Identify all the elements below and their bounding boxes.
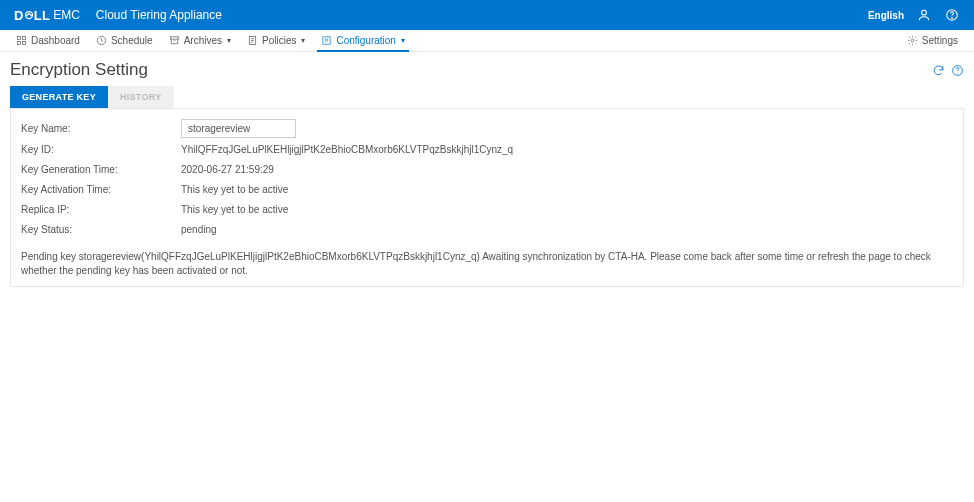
svg-rect-4: [17, 36, 20, 39]
row-gen-time: Key Generation Time: 2020-06-27 21:59:29: [21, 160, 953, 178]
label-gen-time: Key Generation Time:: [21, 164, 181, 175]
page-header: Encryption Setting: [0, 52, 974, 86]
tab-generate-key[interactable]: GENERATE KEY: [10, 86, 108, 108]
pending-message: Pending key storagereview(YhilQFFzqJGeLu…: [21, 250, 953, 278]
help-icon[interactable]: [944, 7, 960, 23]
clock-icon: [96, 35, 107, 46]
key-details-panel: Key Name: Key ID: YhilQFFzqJGeLuPlKEHlji…: [10, 108, 964, 287]
user-icon[interactable]: [916, 7, 932, 23]
top-bar: DLLEMC Cloud Tiering Appliance English: [0, 0, 974, 30]
tab-history[interactable]: HISTORY: [108, 86, 174, 108]
dashboard-icon: [16, 35, 27, 46]
svg-rect-7: [22, 41, 25, 44]
nav-left: Dashboard Schedule Archives ▾ Policies ▾…: [8, 30, 413, 51]
page-actions: [932, 64, 964, 77]
help-page-icon[interactable]: [951, 64, 964, 77]
value-key-status: pending: [181, 224, 217, 235]
nav-schedule[interactable]: Schedule: [88, 30, 161, 51]
label-key-id: Key ID:: [21, 144, 181, 155]
logo-letters: LL: [34, 8, 50, 23]
svg-rect-6: [17, 41, 20, 44]
svg-rect-11: [323, 37, 330, 44]
nav-settings[interactable]: Settings: [899, 30, 966, 51]
svg-rect-9: [170, 37, 178, 39]
nav-label: Policies: [262, 35, 296, 46]
row-replica-ip: Replica IP: This key yet to be active: [21, 200, 953, 218]
label-act-time: Key Activation Time:: [21, 184, 181, 195]
nav-policies[interactable]: Policies ▾: [239, 30, 313, 51]
logo-emc: EMC: [53, 8, 80, 22]
value-gen-time: 2020-06-27 21:59:29: [181, 164, 274, 175]
label-replica-ip: Replica IP:: [21, 204, 181, 215]
svg-point-12: [911, 39, 914, 42]
nav-label: Dashboard: [31, 35, 80, 46]
gear-icon: [907, 35, 918, 46]
product-title: Cloud Tiering Appliance: [96, 8, 222, 22]
tabs-row: GENERATE KEYHISTORY: [0, 86, 974, 108]
panel-wrap: Key Name: Key ID: YhilQFFzqJGeLuPlKEHlji…: [0, 108, 974, 297]
row-key-id: Key ID: YhilQFFzqJGeLuPlKEHljigjlPtK2eBh…: [21, 140, 953, 158]
refresh-icon[interactable]: [932, 64, 945, 77]
svg-rect-5: [22, 36, 25, 39]
nav-label: Schedule: [111, 35, 153, 46]
label-key-status: Key Status:: [21, 224, 181, 235]
key-name-input[interactable]: [181, 119, 296, 138]
nav-label: Configuration: [336, 35, 395, 46]
page-title: Encryption Setting: [10, 60, 148, 80]
brand-area: DLLEMC Cloud Tiering Appliance: [14, 8, 222, 23]
svg-point-1: [922, 10, 927, 15]
chevron-down-icon: ▾: [227, 36, 231, 45]
nav-configuration[interactable]: Configuration ▾: [313, 30, 412, 51]
nav-archives[interactable]: Archives ▾: [161, 30, 239, 51]
configuration-icon: [321, 35, 332, 46]
chevron-down-icon: ▾: [301, 36, 305, 45]
row-act-time: Key Activation Time: This key yet to be …: [21, 180, 953, 198]
row-key-status: Key Status: pending: [21, 220, 953, 238]
nav-dashboard[interactable]: Dashboard: [8, 30, 88, 51]
value-key-id: YhilQFFzqJGeLuPlKEHljigjlPtK2eBhioCBMxor…: [181, 144, 513, 155]
value-act-time: This key yet to be active: [181, 184, 288, 195]
archive-icon: [169, 35, 180, 46]
nav-settings-label: Settings: [922, 35, 958, 46]
dell-emc-logo: DLLEMC: [14, 8, 80, 23]
row-key-name: Key Name:: [21, 119, 953, 138]
language-selector[interactable]: English: [868, 10, 904, 21]
value-replica-ip: This key yet to be active: [181, 204, 288, 215]
svg-point-3: [952, 18, 953, 19]
label-key-name: Key Name:: [21, 123, 181, 134]
top-right-tools: English: [868, 7, 960, 23]
svg-point-14: [957, 72, 958, 73]
chevron-down-icon: ▾: [401, 36, 405, 45]
main-nav: Dashboard Schedule Archives ▾ Policies ▾…: [0, 30, 974, 52]
policies-icon: [247, 35, 258, 46]
nav-label: Archives: [184, 35, 222, 46]
